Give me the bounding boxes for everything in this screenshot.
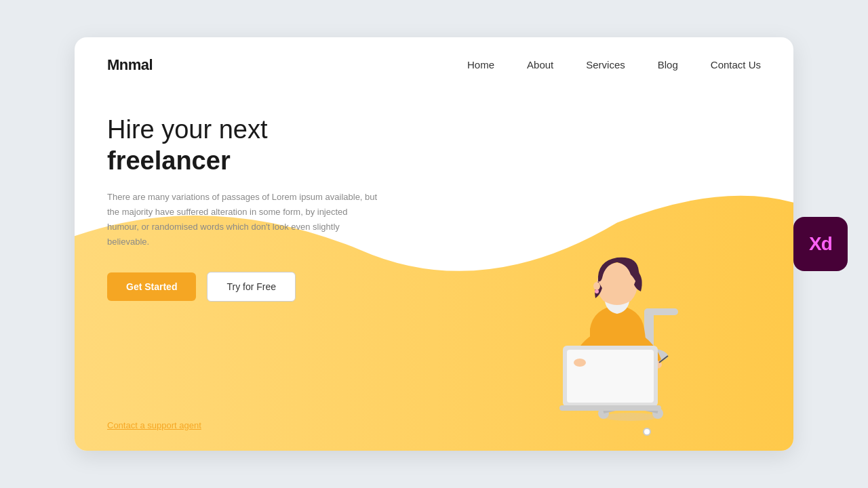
nav-link-contact[interactable]: Contact Us (711, 59, 761, 70)
svg-rect-8 (644, 308, 678, 315)
nav-links: Home About Services Blog Contact Us (467, 59, 761, 71)
nav-item-home[interactable]: Home (467, 59, 494, 71)
logo: Mnmal (107, 56, 153, 74)
hero-section: Hire your next freelancer There are many… (75, 74, 427, 302)
main-card: Mnmal Home About Services Blog Contact U… (75, 37, 793, 451)
nav-link-services[interactable]: Services (586, 59, 625, 70)
support-link[interactable]: Contact a support agent (107, 420, 201, 430)
hero-title-normal: Hire your next (107, 115, 268, 144)
hero-title: Hire your next freelancer (107, 115, 395, 176)
svg-rect-13 (567, 350, 654, 403)
svg-point-15 (574, 359, 586, 367)
outer-wrapper: Mnmal Home About Services Blog Contact U… (0, 0, 868, 488)
svg-rect-14 (559, 405, 661, 411)
nav-link-blog[interactable]: Blog (658, 59, 678, 70)
nav-item-contact[interactable]: Contact Us (711, 59, 761, 71)
nav-link-about[interactable]: About (527, 59, 553, 70)
nav-item-blog[interactable]: Blog (658, 59, 678, 71)
hero-description: There are many variations of passages of… (107, 190, 378, 249)
nav-item-services[interactable]: Services (586, 59, 625, 71)
svg-point-0 (604, 413, 658, 421)
hero-illustration (481, 146, 766, 430)
nav-link-home[interactable]: Home (467, 59, 494, 70)
xd-label: Xd (809, 233, 832, 255)
try-for-free-button[interactable]: Try for Free (207, 272, 296, 302)
get-started-button[interactable]: Get Started (107, 272, 196, 301)
hero-title-bold: freelancer (107, 146, 231, 175)
svg-point-18 (593, 282, 600, 290)
xd-badge: Xd (793, 217, 848, 271)
navbar: Mnmal Home About Services Blog Contact U… (75, 37, 793, 74)
nav-item-about[interactable]: About (527, 59, 553, 71)
button-group: Get Started Try for Free (107, 272, 395, 302)
svg-point-19 (595, 289, 599, 293)
